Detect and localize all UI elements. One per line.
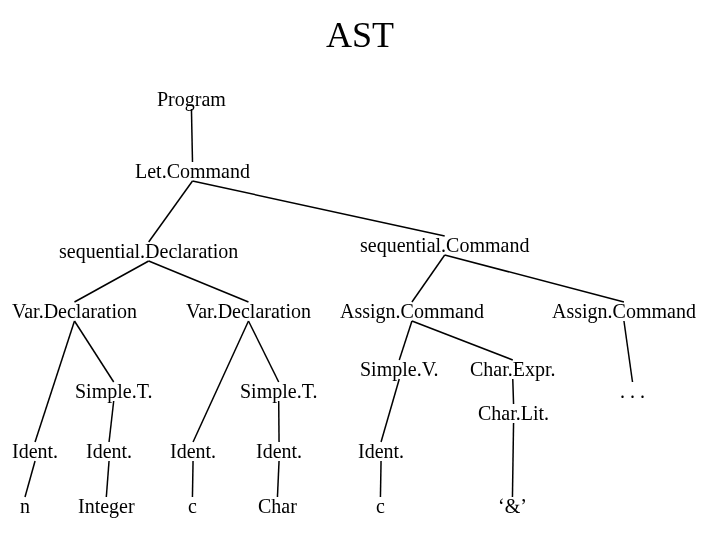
tree-node-leaf_c2: c bbox=[376, 495, 385, 518]
ast-diagram: AST ProgramLet.Commandsequential.Declara… bbox=[0, 0, 720, 540]
tree-node-leaf_char: Char bbox=[258, 495, 297, 518]
svg-line-6 bbox=[445, 255, 624, 302]
svg-line-8 bbox=[74, 321, 113, 382]
tree-node-ident3: Ident. bbox=[358, 440, 404, 463]
tree-node-leaf_c1: c bbox=[188, 495, 197, 518]
tree-node-simplev: Simple.V. bbox=[360, 358, 439, 381]
svg-line-17 bbox=[381, 379, 399, 442]
svg-line-12 bbox=[412, 321, 513, 360]
svg-line-21 bbox=[277, 461, 279, 497]
svg-line-15 bbox=[109, 401, 114, 442]
tree-node-ident1: Ident. bbox=[12, 440, 58, 463]
svg-line-3 bbox=[74, 261, 148, 302]
svg-line-7 bbox=[35, 321, 74, 442]
tree-node-simplet1: Simple.T. bbox=[75, 380, 152, 403]
tree-node-seqdecl: sequential.Declaration bbox=[59, 240, 238, 263]
tree-node-assign1: Assign.Command bbox=[340, 300, 484, 323]
svg-line-20 bbox=[192, 461, 193, 497]
tree-node-program: Program bbox=[157, 88, 226, 111]
svg-line-4 bbox=[149, 261, 249, 302]
tree-node-charexpr: Char.Expr. bbox=[470, 358, 556, 381]
tree-node-vardecl1: Var.Declaration bbox=[12, 300, 137, 323]
tree-node-leaf_integer: Integer bbox=[78, 495, 135, 518]
tree-node-vardecl2: Var.Declaration bbox=[186, 300, 311, 323]
svg-line-0 bbox=[191, 109, 192, 162]
tree-node-assign2: Assign.Command bbox=[552, 300, 696, 323]
tree-node-simplet2: Simple.T. bbox=[240, 380, 317, 403]
svg-line-5 bbox=[412, 255, 445, 302]
tree-node-dots: . . . bbox=[620, 380, 645, 403]
svg-line-22 bbox=[380, 461, 381, 497]
tree-node-letcmd: Let.Command bbox=[135, 160, 250, 183]
svg-line-23 bbox=[512, 423, 513, 497]
tree-node-seqcmd: sequential.Command bbox=[360, 234, 529, 257]
tree-node-leaf_n: n bbox=[20, 495, 30, 518]
svg-line-14 bbox=[513, 379, 514, 404]
tree-node-ident21: Ident. bbox=[86, 440, 132, 463]
svg-line-18 bbox=[25, 461, 35, 497]
tree-node-ident22: Ident. bbox=[170, 440, 216, 463]
svg-line-10 bbox=[248, 321, 278, 382]
tree-node-ident23: Ident. bbox=[256, 440, 302, 463]
svg-line-19 bbox=[106, 461, 109, 497]
tree-node-leaf_amp: ‘&’ bbox=[498, 495, 527, 518]
tree-node-charlit: Char.Lit. bbox=[478, 402, 549, 425]
svg-line-13 bbox=[624, 321, 633, 382]
svg-line-1 bbox=[149, 181, 193, 242]
svg-line-11 bbox=[399, 321, 412, 360]
svg-line-2 bbox=[192, 181, 444, 236]
